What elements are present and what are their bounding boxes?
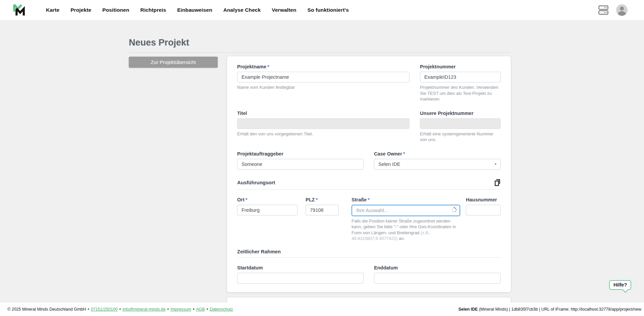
field-titel: Titel Erhält den von uns vorgegebenen Ti… [237, 111, 410, 143]
ort-label: Ort [237, 197, 245, 202]
form-row-dates: Startdatum Enddatum [237, 265, 501, 283]
field-enddatum: Enddatum [374, 265, 501, 283]
field-projektauftraggeber: Projektauftraggeber [237, 151, 364, 170]
case-owner-select[interactable]: Selen IDE ▾ [374, 159, 501, 170]
case-owner-selected-value: Selen IDE [378, 162, 400, 167]
form-row-titel: Titel Erhält den von uns vorgegebenen Ti… [237, 111, 501, 143]
copy-icon [494, 179, 501, 186]
page-title: Neues Projekt [129, 38, 511, 53]
strasse-label: Straße [352, 197, 367, 202]
projektname-input[interactable] [237, 72, 410, 82]
form-row-location: Ort* PLZ* Straße* [237, 197, 501, 242]
startdatum-input[interactable] [237, 273, 364, 283]
unsere-projektnummer-input [420, 118, 501, 129]
nav-item-projekte[interactable]: Projekte [70, 7, 91, 13]
section-ausfuehrungsort: Ausführungsort [237, 179, 501, 186]
loading-spinner-icon [451, 207, 457, 214]
nav-item-verwalten[interactable]: Verwalten [272, 7, 296, 13]
projektnummer-input[interactable] [420, 72, 501, 82]
main-nav: Karte Projekte Positionen Richtpreis Ein… [46, 7, 349, 13]
mineral-minds-logo[interactable] [12, 3, 26, 17]
footer-session-details: (Mineral Minds) | 1db835f7cb3b | URL of … [478, 307, 641, 312]
unsere-projektnummer-label: Unsere Projektnummer [420, 111, 474, 116]
help-button[interactable]: Hilfe? [609, 280, 631, 290]
case-owner-label: Case Owner [374, 151, 402, 156]
nav-item-richtpreis[interactable]: Richtpreis [140, 7, 166, 13]
footer-link-email[interactable]: info@mineral-minds.de [122, 307, 166, 312]
field-hausnummer: Hausnummer [466, 197, 501, 242]
section-divider [237, 189, 501, 190]
required-asterisk: * [316, 197, 318, 202]
top-nav-bar: Karte Projekte Positionen Richtpreis Ein… [0, 0, 644, 20]
footer: © 2025 Mineral Minds Deutschland GmbH • … [0, 303, 644, 316]
required-asterisk: * [403, 151, 405, 156]
back-to-project-overview-button[interactable]: Zur Projektübersicht [129, 57, 218, 68]
form-row-auftraggeber: Projektauftraggeber Case Owner* Selen ID… [237, 151, 501, 170]
form-row-name-number: Projektname* Name vom Kunden festlegbar … [237, 64, 501, 102]
projektnummer-label: Projektnummer [420, 64, 455, 69]
startdatum-label: Startdatum [237, 265, 263, 270]
titel-help: Erhält den von uns vorgegebenen Titel. [237, 131, 410, 137]
plz-input[interactable] [306, 205, 339, 215]
footer-user: Selen IDE [459, 307, 478, 312]
field-startdatum: Startdatum [237, 265, 364, 283]
footer-link-phone[interactable]: 07151/250100 [91, 307, 118, 312]
header-actions [598, 4, 628, 16]
logo-icon [12, 3, 26, 17]
titel-input [237, 118, 410, 129]
field-case-owner: Case Owner* Selen IDE ▾ [374, 151, 501, 170]
copy-address-button[interactable] [494, 179, 501, 186]
chevron-down-icon: ▾ [494, 162, 496, 166]
footer-link-agb[interactable]: AGB [196, 307, 205, 312]
footer-left: © 2025 Mineral Minds Deutschland GmbH • … [0, 307, 233, 312]
field-strasse: Straße* Falls die Po [352, 197, 460, 242]
section-zeitlicher-rahmen: Zeitlicher Rahmen [237, 249, 501, 254]
server-stack-icon[interactable] [598, 5, 608, 15]
projektname-help: Name vom Kunden festlegbar [237, 84, 410, 90]
footer-link-datenschutz[interactable]: Datenschutz [210, 307, 233, 312]
field-projektnummer: Projektnummer Projektnummer des Kunden. … [420, 64, 501, 102]
field-plz: PLZ* [306, 197, 339, 242]
enddatum-input[interactable] [374, 273, 501, 283]
field-ort: Ort* [237, 197, 298, 242]
required-asterisk: * [246, 197, 248, 202]
nav-item-so-funktionierts[interactable]: So funktioniert's [308, 7, 349, 13]
zeitlicher-rahmen-title: Zeitlicher Rahmen [237, 249, 281, 254]
field-unsere-projektnummer: Unsere Projektnummer Erhält eine systemg… [420, 111, 501, 143]
ort-input[interactable] [237, 205, 298, 215]
projektname-label: Projektname [237, 64, 266, 69]
projektnummer-help: Projektnummer des Kunden. Verwenden Sie … [420, 84, 501, 102]
ausfuehrungsort-title: Ausführungsort [237, 180, 275, 185]
footer-copyright: © 2025 Mineral Minds Deutschland GmbH [7, 307, 86, 312]
required-asterisk: * [368, 197, 370, 202]
footer-link-impressum[interactable]: Impressum [170, 307, 191, 312]
projektauftraggeber-input[interactable] [237, 159, 364, 170]
strasse-help: Falls die Position keiner Straße zugeord… [352, 218, 460, 242]
help-button-label: Hilfe? [613, 282, 627, 288]
plz-label: PLZ [306, 197, 315, 202]
projektauftraggeber-label: Projektauftraggeber [237, 151, 283, 156]
nav-item-karte[interactable]: Karte [46, 7, 59, 13]
nav-item-analyse-check[interactable]: Analyse Check [223, 7, 261, 13]
enddatum-label: Enddatum [374, 265, 398, 270]
user-avatar[interactable] [616, 4, 628, 16]
new-project-form-card: Projektname* Name vom Kunden festlegbar … [227, 56, 511, 292]
nav-item-einbauweisen[interactable]: Einbauweisen [177, 7, 212, 13]
titel-label: Titel [237, 111, 247, 116]
hausnummer-label: Hausnummer [466, 197, 497, 202]
footer-session-info: Selen IDE (Mineral Minds) | 1db835f7cb3b… [459, 307, 644, 312]
required-asterisk: * [267, 64, 269, 69]
nav-item-positionen[interactable]: Positionen [102, 7, 129, 13]
hausnummer-input[interactable] [466, 205, 501, 215]
field-projektname: Projektname* Name vom Kunden festlegbar [237, 64, 410, 102]
strasse-input[interactable] [352, 205, 460, 216]
section-divider [237, 257, 501, 258]
unsere-projektnummer-help: Erhält eine systemgenerierte Nummer von … [420, 131, 501, 143]
